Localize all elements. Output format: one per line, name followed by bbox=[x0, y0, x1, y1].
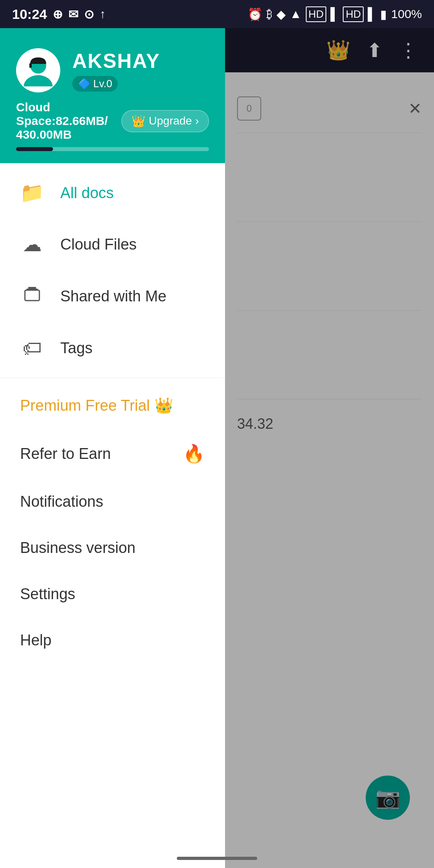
menu-item-refer[interactable]: Refer to Earn 🔥 bbox=[0, 429, 225, 479]
crown-upgrade-icon: 👑 bbox=[131, 115, 145, 128]
svg-rect-3 bbox=[25, 290, 39, 301]
cloud-icon: ☁ bbox=[20, 233, 44, 256]
nav-section-files: 📁 All docs ☁ Cloud Files Shared with Me bbox=[0, 163, 225, 378]
storage-row: Cloud Space:82.66MB/ 430.00MB 👑 Upgrade … bbox=[16, 100, 209, 141]
folder-icon: 📁 bbox=[20, 182, 44, 204]
scan-icon: ⊙ bbox=[84, 7, 94, 21]
sidebar-item-tags[interactable]: 🏷 Tags bbox=[0, 323, 225, 374]
battery-percent: 100% bbox=[391, 7, 422, 21]
signal-icon-1: ▌ bbox=[330, 7, 339, 21]
battery-icon: ▮ bbox=[380, 7, 387, 21]
menu-section: Premium Free Trial 👑 Refer to Earn 🔥 Not… bbox=[0, 378, 225, 667]
drawer-nav: 📁 All docs ☁ Cloud Files Shared with Me bbox=[0, 163, 225, 868]
svg-rect-2 bbox=[29, 63, 32, 68]
user-info: AKSHAY 🔷 Lv.0 bbox=[72, 49, 160, 92]
storage-label: Cloud Space:82.66MB/ 430.00MB bbox=[16, 100, 121, 141]
whatsapp-icon: ⊕ bbox=[53, 7, 63, 21]
sidebar-item-shared-with-me[interactable]: Shared with Me bbox=[0, 270, 225, 323]
level-text: Lv.0 bbox=[93, 78, 112, 90]
level-badge: 🔷 Lv.0 bbox=[72, 76, 118, 92]
upgrade-label: Upgrade bbox=[149, 115, 192, 127]
svg-rect-4 bbox=[27, 289, 38, 290]
menu-item-notifications[interactable]: Notifications bbox=[0, 479, 225, 525]
navigation-drawer: AKSHAY 🔷 Lv.0 Cloud Space:82.66MB/ 430.0… bbox=[0, 28, 225, 868]
premium-text: Premium Free Trial bbox=[20, 397, 150, 414]
business-label: Business version bbox=[20, 539, 135, 557]
nav-label-cloud-files: Cloud Files bbox=[60, 236, 137, 253]
sidebar-item-cloud-files[interactable]: ☁ Cloud Files bbox=[0, 219, 225, 270]
menu-item-settings[interactable]: Settings bbox=[0, 571, 225, 617]
upload-icon: ↑ bbox=[100, 7, 106, 21]
user-row: AKSHAY 🔷 Lv.0 bbox=[16, 48, 209, 92]
shield-icon: 🔷 bbox=[78, 78, 91, 90]
chevron-right-icon: › bbox=[195, 115, 199, 127]
wifi-icon: ▲ bbox=[290, 7, 302, 21]
status-bar: 10:24 ⊕ ✉ ⊙ ↑ ⏰ ₿ ◆ ▲ HD ▌ HD ▌ ▮ 100% bbox=[0, 0, 434, 28]
bluetooth-icon: ₿ bbox=[266, 7, 272, 21]
status-time: 10:24 bbox=[12, 6, 47, 22]
storage-progress-bar-bg bbox=[16, 147, 209, 151]
svg-point-1 bbox=[24, 75, 53, 86]
drawer-scrim[interactable] bbox=[225, 28, 434, 868]
location-icon: ◆ bbox=[276, 7, 286, 21]
refer-label: Refer to Earn bbox=[20, 445, 111, 463]
sidebar-item-all-docs[interactable]: 📁 All docs bbox=[0, 167, 225, 219]
avatar-svg bbox=[22, 54, 54, 86]
menu-item-help[interactable]: Help bbox=[0, 617, 225, 663]
message-icon: ✉ bbox=[68, 7, 78, 21]
upgrade-button[interactable]: 👑 Upgrade › bbox=[121, 110, 209, 132]
home-indicator bbox=[177, 857, 257, 860]
notifications-label: Notifications bbox=[20, 493, 103, 510]
svg-rect-5 bbox=[28, 287, 36, 289]
menu-item-business[interactable]: Business version bbox=[0, 525, 225, 571]
fire-icon: 🔥 bbox=[183, 443, 205, 464]
premium-label: Premium Free Trial 👑 bbox=[20, 397, 173, 414]
nav-label-tags: Tags bbox=[60, 340, 92, 357]
signal-icon-2: ▌ bbox=[368, 7, 376, 21]
tag-icon: 🏷 bbox=[20, 337, 44, 359]
help-label: Help bbox=[20, 632, 51, 649]
drawer-header: AKSHAY 🔷 Lv.0 Cloud Space:82.66MB/ 430.0… bbox=[0, 28, 225, 163]
hd-badge-1: HD bbox=[306, 6, 327, 22]
alarm-icon: ⏰ bbox=[248, 7, 262, 21]
menu-item-premium[interactable]: Premium Free Trial 👑 bbox=[0, 382, 225, 429]
shared-icon bbox=[20, 285, 44, 308]
storage-progress-bar-fill bbox=[16, 147, 53, 151]
user-name: AKSHAY bbox=[72, 49, 160, 73]
nav-label-shared-with-me: Shared with Me bbox=[60, 288, 166, 305]
hd-badge-2: HD bbox=[343, 6, 364, 22]
nav-label-all-docs: All docs bbox=[60, 184, 114, 202]
crown-menu-icon: 👑 bbox=[154, 397, 173, 414]
settings-label: Settings bbox=[20, 585, 75, 603]
avatar[interactable] bbox=[16, 48, 60, 92]
